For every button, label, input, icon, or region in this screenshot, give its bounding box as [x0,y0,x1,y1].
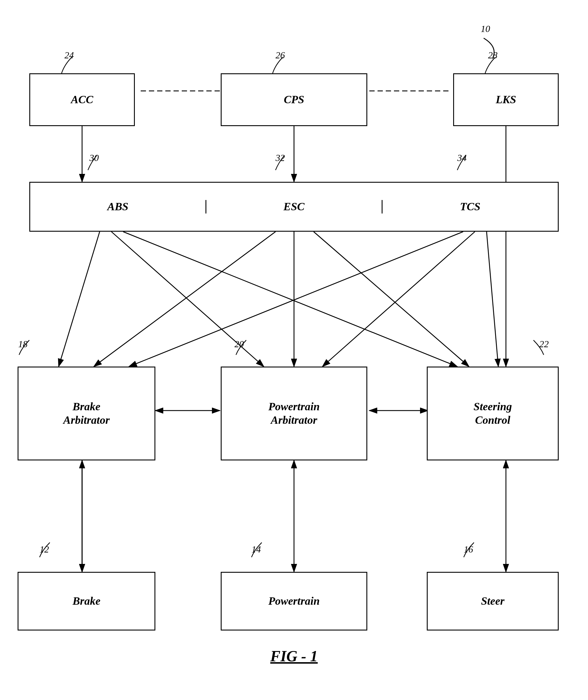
diagram-container: 10 ACC 24 CPS 26 LKS 28 ABS ESC TCS 30 3… [0,0,588,700]
powertrain-label: Powertrain [268,594,320,608]
cps-label: CPS [284,93,304,106]
svg-line-7 [59,232,100,367]
ref-22: 22 [539,339,549,349]
steering-ctrl-label: Steering Control [474,400,512,427]
brake-label: Brake [73,594,101,608]
brake-arb-label: Brake Arbitrator [63,400,110,427]
box-abs-esc-tcs: ABS ESC TCS [29,182,559,232]
ref-34: 34 [457,152,467,163]
box-lks: LKS [453,73,559,126]
ref-28: 28 [488,50,497,61]
box-acc: ACC [29,73,135,126]
box-steering-control: Steering Control [427,367,559,461]
ref-30: 30 [89,152,99,163]
box-powertrain-arbitrator: Powertrain Arbitrator [221,367,367,461]
ref-32: 32 [276,152,285,163]
tcs-section: TCS [383,200,558,213]
abs-label: ABS [107,200,128,213]
box-steer: Steer [427,572,559,631]
esc-section: ESC [206,200,383,213]
ref-18: 18 [18,339,28,349]
svg-line-14 [322,232,475,367]
ref-16: 16 [464,544,473,555]
svg-line-9 [123,232,457,367]
ref-14: 14 [251,544,261,555]
svg-line-10 [94,232,276,367]
figure-caption: FIG - 1 [270,648,318,665]
box-powertrain: Powertrain [221,572,367,631]
svg-line-15 [487,232,498,367]
esc-label: ESC [283,200,305,213]
ref-26: 26 [276,50,285,61]
svg-line-12 [314,232,469,367]
acc-label: ACC [71,93,93,106]
ref-10: 10 [481,23,490,34]
svg-line-13 [129,232,463,367]
powertrain-arb-label: Powertrain Arbitrator [268,400,320,427]
steer-label: Steer [481,594,504,608]
ref-24: 24 [64,50,74,61]
box-cps: CPS [221,73,367,126]
tcs-label: TCS [460,200,480,213]
box-brake: Brake [18,572,155,631]
abs-section: ABS [30,200,206,213]
lks-label: LKS [496,93,516,106]
ref-12: 12 [40,544,49,555]
ref-20: 20 [234,339,244,349]
box-brake-arbitrator: Brake Arbitrator [18,367,155,461]
